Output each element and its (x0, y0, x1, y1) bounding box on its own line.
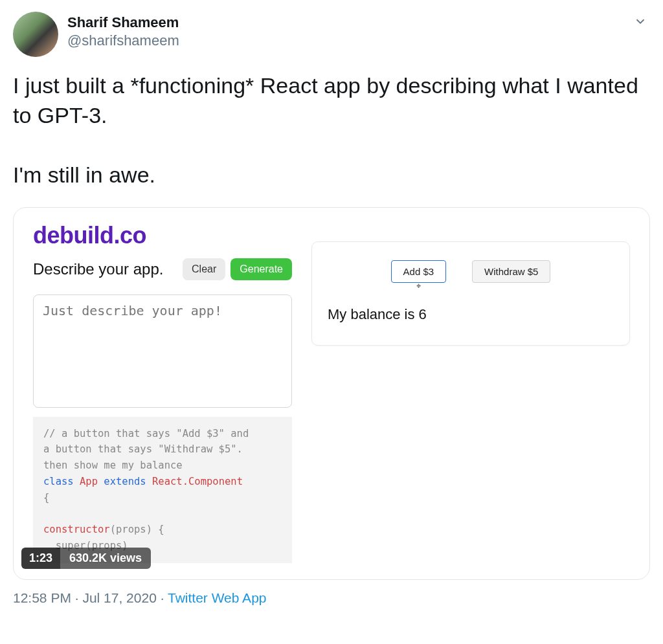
cursor-icon: ⌖ (416, 281, 421, 291)
video-overlay: 1:23 630.2K views (21, 548, 151, 569)
add-button-label: Add $3 (403, 266, 434, 277)
tweet-header: Sharif Shameem @sharifshameem (13, 12, 650, 57)
balance-text: My balance is 6 (328, 306, 614, 323)
video-duration: 1:23 (21, 548, 60, 569)
tweet-date[interactable]: Jul 17, 2020 (82, 590, 156, 605)
describe-row: Describe your app. Clear Generate (33, 258, 292, 280)
code-ctor-args: (props) { (110, 524, 164, 535)
code-output: // a button that says "Add $3" and a but… (33, 417, 292, 563)
withdraw-button[interactable]: Withdraw $5 (472, 260, 550, 283)
code-comment: // a button that says "Add $3" and (43, 428, 249, 439)
tweet-text: I just built a *functioning* React app b… (13, 71, 650, 190)
tweet-line-2: I'm still in awe. (13, 162, 155, 187)
app-left-column: debuild.co Describe your app. Clear Gene… (33, 222, 292, 579)
display-name[interactable]: Sharif Shameem (67, 14, 179, 31)
meta-sep: · (71, 590, 83, 605)
tweet-line-1: I just built a *functioning* React app b… (13, 73, 638, 128)
tweet-source[interactable]: Twitter Web App (168, 590, 267, 605)
user-block: Sharif Shameem @sharifshameem (67, 12, 179, 49)
clear-button[interactable]: Clear (183, 258, 225, 280)
chevron-down-icon[interactable] (633, 14, 647, 31)
user-handle[interactable]: @sharifshameem (67, 32, 179, 49)
app-right-column: Add $3 ⌖ Withdraw $5 My balance is 6 (311, 222, 630, 579)
tweet-time[interactable]: 12:58 PM (13, 590, 71, 605)
tweet-meta: 12:58 PM · Jul 17, 2020 · Twitter Web Ap… (13, 590, 650, 606)
code-type: React.Component (152, 476, 243, 487)
generate-button[interactable]: Generate (230, 258, 292, 280)
media-card[interactable]: debuild.co Describe your app. Clear Gene… (13, 207, 650, 580)
code-classname: App (80, 476, 98, 487)
code-keyword: extends (104, 476, 146, 487)
code-brace: { (43, 492, 49, 504)
describe-textarea[interactable] (33, 294, 292, 408)
media-inner: debuild.co Describe your app. Clear Gene… (14, 208, 649, 579)
avatar[interactable] (13, 12, 58, 57)
code-keyword: class (43, 476, 74, 487)
code-comment: then show me my balance (43, 460, 183, 471)
brand-logo: debuild.co (33, 222, 292, 249)
video-views: 630.2K views (60, 548, 151, 569)
describe-label: Describe your app. (33, 260, 177, 278)
add-button[interactable]: Add $3 ⌖ (391, 260, 447, 283)
preview-button-row: Add $3 ⌖ Withdraw $5 (328, 260, 614, 283)
preview-card: Add $3 ⌖ Withdraw $5 My balance is 6 (311, 241, 630, 346)
meta-sep: · (157, 590, 168, 605)
code-comment: a button that says "Withdraw $5". (43, 443, 243, 455)
code-ctor: constructor (43, 524, 110, 535)
